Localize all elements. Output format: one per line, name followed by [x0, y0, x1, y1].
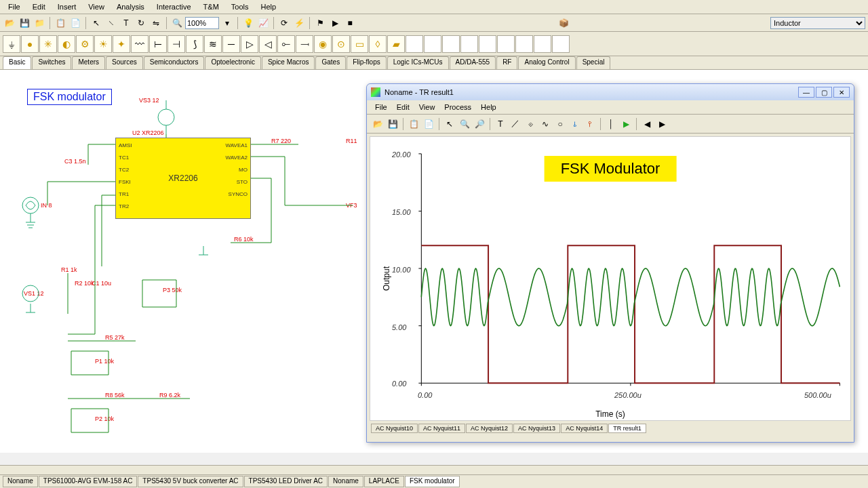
tab-gates[interactable]: Gates — [315, 56, 346, 69]
tr-menu-edit[interactable]: Edit — [393, 102, 414, 113]
zoom-input[interactable] — [185, 17, 219, 29]
tr-copy-icon[interactable]: 📋 — [407, 117, 420, 131]
menu-analysis[interactable]: Analysis — [111, 1, 150, 12]
tab-semiconductors[interactable]: Semiconductors — [144, 56, 205, 69]
play-icon[interactable]: ▶ — [619, 117, 633, 131]
zoom-icon[interactable]: 🔍 — [458, 117, 471, 131]
refresh-icon[interactable]: ⟳ — [277, 16, 291, 30]
tab-optoelectronic[interactable]: Optoelectronic — [205, 56, 260, 69]
tr-plot[interactable]: FSK Modulator Output Time (s) 20.00 15.0… — [370, 136, 851, 421]
tr-titlebar[interactable]: Noname - TR result1 — ▢ ✕ — [367, 84, 854, 100]
comp-relay-icon[interactable]: ⟞ — [296, 35, 313, 53]
run-icon[interactable]: ▶ — [328, 16, 342, 30]
comp-star-icon[interactable]: ✦ — [113, 35, 130, 53]
xaxis-icon[interactable]: ⫰ — [568, 117, 582, 131]
comp-source-icon[interactable]: ✳ — [39, 35, 57, 53]
menu-insert[interactable]: Insert — [52, 1, 82, 12]
prev-icon[interactable]: ◀ — [640, 117, 654, 131]
comp-empty[interactable] — [460, 35, 478, 53]
tr-result-window[interactable]: Noname - TR result1 — ▢ ✕ File Edit View… — [366, 83, 854, 443]
comp-empty[interactable] — [424, 35, 441, 53]
tr-tab[interactable]: AC Nyquist12 — [466, 424, 513, 433]
tr-tab[interactable]: AC Nyquist10 — [371, 424, 418, 433]
line-icon[interactable]: ／ — [509, 117, 522, 131]
comp-bulb-icon[interactable]: ● — [21, 35, 39, 53]
tr-open-icon[interactable]: 📂 — [371, 117, 384, 131]
dropdown-icon[interactable]: ▾ — [220, 16, 234, 30]
tr-menu-help[interactable]: Help — [477, 102, 500, 113]
tr-save-icon[interactable]: 💾 — [386, 117, 399, 131]
close-icon[interactable]: ✕ — [833, 87, 850, 98]
comp-bulb3-icon[interactable]: ◉ — [314, 35, 332, 53]
comp-misc-icon[interactable]: ▰ — [387, 35, 405, 53]
minimize-icon[interactable]: — — [798, 87, 814, 98]
text-icon[interactable]: T — [494, 117, 507, 131]
tr-menu-file[interactable]: File — [371, 102, 391, 113]
menu-edit[interactable]: Edit — [27, 1, 51, 12]
tr-tab-active[interactable]: TR result1 — [608, 424, 646, 433]
comp-empty[interactable] — [497, 35, 515, 53]
doc-tab[interactable]: Noname — [328, 476, 363, 487]
hscrollbar[interactable] — [0, 465, 868, 474]
comp-wire-icon[interactable]: ─ — [222, 35, 240, 53]
tab-special[interactable]: Special — [576, 56, 611, 69]
comp-trans-icon[interactable]: ≋ — [204, 35, 222, 53]
comp-empty[interactable] — [406, 35, 423, 53]
tab-analog[interactable]: Analog Control — [518, 56, 575, 69]
comp-cap2-icon[interactable]: ⊣ — [167, 35, 185, 53]
comp-bulb2-icon[interactable]: ◐ — [58, 35, 75, 53]
comp-empty[interactable] — [515, 35, 533, 53]
copy-icon[interactable]: 📋 — [54, 16, 67, 30]
comp-empty[interactable] — [479, 35, 496, 53]
doc-tab[interactable]: TPS5430 5V buck converter AC — [138, 476, 243, 487]
menu-tm[interactable]: T&M — [198, 1, 224, 12]
menu-view[interactable]: View — [83, 1, 110, 12]
paste-icon[interactable]: 📄 — [68, 16, 82, 30]
tr-menu-view[interactable]: View — [415, 102, 439, 113]
menu-interactive[interactable]: Interactive — [151, 1, 197, 12]
tab-logic[interactable]: Logic ICs-MCUs — [387, 56, 449, 69]
comp-meter-icon[interactable]: ⊙ — [332, 35, 350, 53]
comp-diode-icon[interactable]: ▷ — [241, 35, 258, 53]
text-icon[interactable]: T — [119, 16, 133, 30]
pointer-icon[interactable]: ↖ — [443, 117, 456, 131]
comp-chip-icon[interactable]: ◊ — [369, 35, 387, 53]
marker-icon[interactable]: ⟐ — [524, 117, 537, 131]
zoomout-icon[interactable]: 🔎 — [473, 117, 486, 131]
tab-sources[interactable]: Sources — [106, 56, 143, 69]
comp-resistor-icon[interactable]: 〰 — [131, 35, 149, 53]
mirror-icon[interactable]: ⇋ — [149, 16, 163, 30]
doc-tab[interactable]: TPS61000-AVG EVM-158 AC — [39, 476, 138, 487]
tab-rf[interactable]: RF — [496, 56, 517, 69]
tr-tab[interactable]: AC Nyquist11 — [418, 424, 465, 433]
open-icon[interactable]: 📂 — [3, 16, 16, 30]
comp-switch-icon[interactable]: ⟜ — [277, 35, 295, 53]
doc-tab[interactable]: TPS5430 LED Driver AC — [244, 476, 328, 487]
save-icon[interactable]: 💾 — [18, 16, 31, 30]
tr-menu-process[interactable]: Process — [440, 102, 475, 113]
next-icon[interactable]: ▶ — [655, 117, 669, 131]
comp-empty[interactable] — [552, 35, 570, 53]
type-icon[interactable]: 📦 — [557, 16, 570, 30]
chart-icon[interactable]: 📈 — [256, 16, 270, 30]
comp-empty[interactable] — [534, 35, 551, 53]
menu-tools[interactable]: Tools — [226, 1, 254, 12]
maximize-icon[interactable]: ▢ — [816, 87, 832, 98]
tab-basic[interactable]: Basic — [3, 56, 31, 69]
close-icon[interactable]: 📁 — [33, 16, 46, 30]
circle-icon[interactable]: ○ — [553, 117, 567, 131]
rotate-icon[interactable]: ↻ — [134, 16, 148, 30]
menu-file[interactable]: File — [3, 1, 26, 12]
comp-empty[interactable] — [442, 35, 460, 53]
bulb-icon[interactable]: 💡 — [241, 16, 255, 30]
doc-tab-active[interactable]: FSK modulator — [405, 476, 460, 487]
comp-inductor-icon[interactable]: ⟆ — [186, 35, 203, 53]
comp-sun-icon[interactable]: ☀ — [94, 35, 112, 53]
bolt-icon[interactable]: ⚡ — [292, 16, 306, 30]
tr-paste-icon[interactable]: 📄 — [422, 117, 435, 131]
pointer-icon[interactable]: ↖ — [90, 16, 103, 30]
yaxis-icon[interactable]: ⫯ — [583, 117, 597, 131]
comp-gear-icon[interactable]: ⚙ — [76, 35, 94, 53]
comp-block-icon[interactable]: ▭ — [351, 35, 368, 53]
stop-icon[interactable]: ■ — [343, 16, 357, 30]
